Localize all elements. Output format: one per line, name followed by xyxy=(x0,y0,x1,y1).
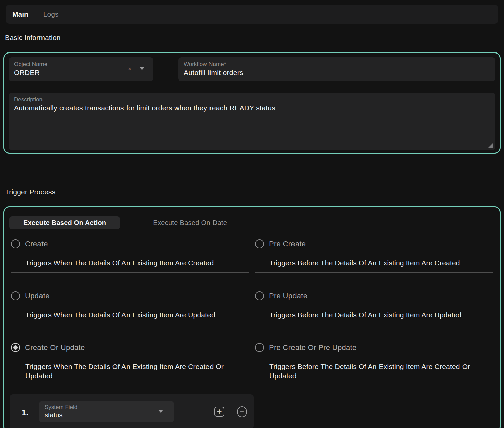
tab-execute-based-on-action[interactable]: Execute Based On Action xyxy=(9,216,120,229)
radio-pre-create[interactable] xyxy=(255,239,264,248)
tab-execute-based-on-date[interactable]: Execute Based On Date xyxy=(139,216,241,229)
option-pre-create-or-pre-update-label[interactable]: Pre Create Or Pre Update xyxy=(269,343,357,352)
option-pre-create-or-pre-update-description: Triggers Before The Details Of An Existi… xyxy=(269,362,484,380)
condition-index: 1. xyxy=(22,408,28,417)
description-field[interactable]: Description Automatically creates transa… xyxy=(9,93,495,150)
radio-create[interactable] xyxy=(11,239,20,248)
option-create-label[interactable]: Create xyxy=(25,240,48,248)
basic-information-header: Basic Information xyxy=(5,34,499,47)
system-field-value: status xyxy=(45,411,169,419)
chevron-down-icon[interactable] xyxy=(158,410,163,413)
plus-icon: + xyxy=(217,407,222,416)
option-create-description: Triggers When The Details Of An Existing… xyxy=(25,258,240,268)
option-pre-create-or-pre-update: Pre Create Or Pre Update Triggers Before… xyxy=(255,324,493,385)
resize-handle[interactable] xyxy=(488,143,493,148)
option-create-or-update: Create Or Update Triggers When The Detai… xyxy=(11,324,249,385)
option-pre-update-description: Triggers Before The Details Of An Existi… xyxy=(269,310,484,319)
workflow-name-label: Workflow Name* xyxy=(184,61,490,68)
minus-icon: − xyxy=(240,408,244,415)
workflow-name-field[interactable]: Workflow Name* Autofill limit orders xyxy=(178,57,495,81)
option-create: Create Triggers When The Details Of An E… xyxy=(11,229,249,273)
workflow-name-value: Autofill limit orders xyxy=(184,69,490,77)
add-condition-button[interactable]: + xyxy=(214,407,224,417)
trigger-process-panel: Execute Based On Action Execute Based On… xyxy=(3,206,501,428)
basic-information-panel: Object Name ORDER × Workflow Name* Autof… xyxy=(3,52,501,154)
radio-update[interactable] xyxy=(11,291,20,300)
trigger-options-grid: Create Triggers When The Details Of An E… xyxy=(11,229,493,385)
tab-logs[interactable]: Logs xyxy=(43,10,59,18)
system-field-select[interactable]: System Field status xyxy=(39,401,174,422)
trigger-process-title: Trigger Process xyxy=(5,188,55,196)
trigger-tabs: Execute Based On Action Execute Based On… xyxy=(9,216,496,229)
option-update-label[interactable]: Update xyxy=(25,292,50,300)
condition-row: 1. System Field status + − xyxy=(10,394,254,428)
option-pre-create: Pre Create Triggers Before The Details O… xyxy=(255,229,493,273)
option-pre-create-label[interactable]: Pre Create xyxy=(269,240,306,248)
radio-pre-create-or-pre-update[interactable] xyxy=(255,343,264,352)
tab-main[interactable]: Main xyxy=(12,10,28,18)
option-create-or-update-label[interactable]: Create Or Update xyxy=(25,343,85,352)
chevron-down-icon[interactable] xyxy=(139,67,145,70)
clear-icon[interactable]: × xyxy=(128,66,131,72)
option-pre-create-description: Triggers Before The Details Of An Existi… xyxy=(269,258,484,268)
system-field-label: System Field xyxy=(45,404,169,411)
basic-information-title: Basic Information xyxy=(5,34,61,41)
remove-condition-button[interactable]: − xyxy=(237,406,247,417)
trigger-process-header: Trigger Process xyxy=(5,188,499,201)
option-pre-update-label[interactable]: Pre Update xyxy=(269,292,307,300)
option-pre-update: Pre Update Triggers Before The Details O… xyxy=(255,273,493,324)
top-tab-bar: Main Logs xyxy=(6,5,498,24)
radio-create-or-update[interactable] xyxy=(11,343,20,352)
description-value: Automatically creates transactions for l… xyxy=(14,104,490,112)
option-create-or-update-description: Triggers When The Details Of An Existing… xyxy=(25,362,240,380)
description-label: Description xyxy=(14,96,490,103)
radio-pre-update[interactable] xyxy=(255,291,264,300)
option-update-description: Triggers When The Details Of An Existing… xyxy=(25,310,240,319)
option-update: Update Triggers When The Details Of An E… xyxy=(11,273,249,324)
object-name-select[interactable]: Object Name ORDER × xyxy=(9,57,153,81)
